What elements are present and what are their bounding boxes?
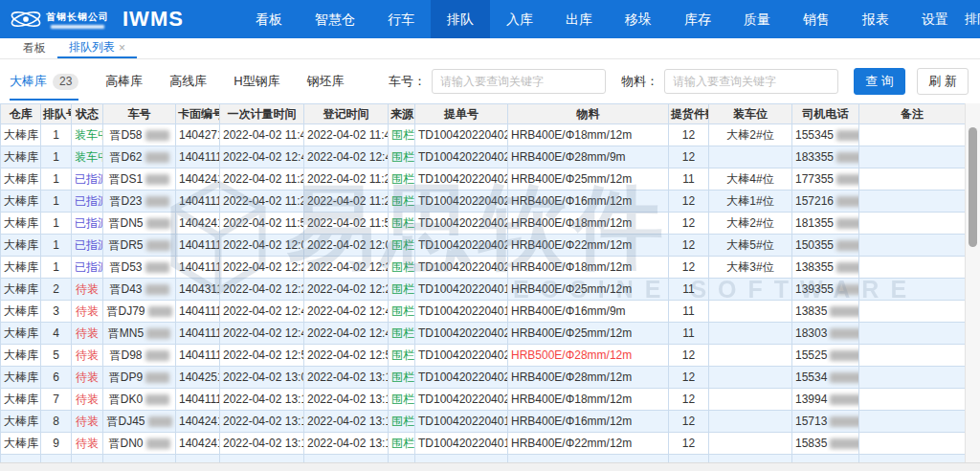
nav-item-设置[interactable]: 设置 — [905, 0, 965, 38]
status-text: 待装 — [76, 415, 99, 428]
cell-empty — [669, 455, 709, 463]
cell-source: 围栏 — [389, 433, 415, 455]
nav-item-智慧仓[interactable]: 智慧仓 — [299, 0, 371, 38]
cell-status: 待装 — [72, 323, 103, 345]
cell-plate: 晋D58 — [103, 124, 176, 146]
cell-empty — [41, 455, 72, 463]
nav-item-移垛[interactable]: 移垛 — [609, 0, 668, 38]
cell-warehouse: 大棒库 — [1, 257, 41, 279]
nav-item-库存[interactable]: 库存 — [668, 0, 727, 38]
vehicle-label: 车号： — [389, 73, 426, 90]
cell-register_time: 2022-04-02 12:51 — [304, 345, 389, 367]
table-row[interactable]: 大棒库6待装晋DP9140425192022-04-02 13:092022-0… — [1, 367, 966, 389]
nav-item-看板[interactable]: 看板 — [239, 0, 299, 38]
tab-排队列表[interactable]: 排队列表× — [57, 38, 137, 58]
plate-text: 晋DP9 — [109, 370, 143, 384]
nav-item-质量[interactable]: 质量 — [727, 0, 787, 38]
cell-material: HRB400E/Φ25mm/12m — [508, 323, 669, 345]
redacted-phone-blur — [836, 262, 858, 273]
cell-empty — [859, 455, 966, 463]
material-text: HRB400E/Φ25mm/12m — [511, 282, 632, 296]
close-icon[interactable]: × — [119, 41, 125, 55]
cell-note — [859, 323, 966, 345]
table-row[interactable]: 大棒库4待装晋MN5140411192022-04-02 12:492022-0… — [1, 323, 966, 345]
cell-bill_no: TD10042022040100005318 — [415, 301, 508, 323]
redacted-phone-blur — [830, 394, 858, 405]
table-row[interactable]: 大棒库3待装晋DJ79140411192022-04-02 12:412022-… — [1, 301, 966, 323]
cell-note — [859, 146, 966, 168]
vehicle-search-input[interactable] — [432, 69, 606, 94]
table-row[interactable]: 大棒库1已指派晋DR5140411192022-04-02 12:022022-… — [1, 235, 966, 257]
table-row[interactable]: 大棒库8待装晋DJ45140424192022-04-02 13:152022-… — [1, 411, 966, 433]
vertical-scrollbar-thumb[interactable] — [969, 127, 977, 247]
cell-plate: 晋DS1 — [103, 168, 176, 191]
table-row[interactable]: 大棒库2待装晋D43140431192022-04-02 12:242022-0… — [1, 279, 966, 301]
nav-item-出库[interactable]: 出库 — [549, 0, 609, 38]
cell-weigh_time: 2022-04-02 12:41 — [220, 301, 304, 323]
col-header-卡面编号: 卡面编号 — [176, 104, 220, 124]
redacted-plate-blur — [145, 284, 169, 295]
cell-plate: 晋D43 — [103, 279, 176, 301]
cell-register_time: 2022-04-02 12:41 — [304, 301, 389, 323]
source-text: 围栏 — [391, 128, 414, 142]
table-row[interactable]: 大棒库1已指派晋D53140411192022-04-02 12:212022-… — [1, 257, 966, 279]
table-row[interactable]: 大棒库7待装晋DK0140411192022-04-02 13:112022-0… — [1, 389, 966, 411]
cell-warehouse: 大棒库 — [1, 433, 41, 455]
plate-text: 晋D58 — [109, 128, 142, 142]
cell-register_time: 2022-04-02 11:43 — [304, 124, 389, 146]
source-text: 围栏 — [391, 304, 414, 318]
cell-source: 围栏 — [389, 279, 415, 301]
cell-card_no: 14041119 — [176, 191, 220, 213]
cell-source: 围栏 — [389, 235, 415, 257]
table-row[interactable]: 大棒库1已指派晋DS1140424192022-04-02 11:262022-… — [1, 168, 966, 191]
cell-qty: 11 — [669, 301, 709, 323]
warehouse-tabs: 大棒库23高棒库高线库H型钢库钢坯库 — [10, 62, 345, 101]
cell-weigh_time: 2022-04-02 12:02 — [220, 235, 304, 257]
warehouse-tab-大棒库[interactable]: 大棒库23 — [10, 62, 78, 101]
col-header-状态: 状态 — [72, 104, 103, 124]
table-row[interactable]: 大棒库9待装晋DN0140424192022-04-02 13:182022-0… — [1, 433, 966, 455]
redacted-phone-blur — [830, 328, 858, 339]
table-row[interactable]: 大棒库1装车中晋D62140411192022-04-02 12:462022-… — [1, 146, 966, 168]
nav-item-行车[interactable]: 行车 — [371, 0, 431, 38]
warehouse-tab-高棒库[interactable]: 高棒库 — [105, 62, 143, 101]
cell-dock — [709, 345, 792, 367]
queue-table-area: 仓库排队号状态车号卡面编号一次计量时间登记时间来源提单号物料提货件数装车位司机电… — [0, 103, 965, 462]
refresh-button[interactable]: 刷 新 — [917, 68, 969, 95]
material-search-input[interactable] — [664, 69, 838, 94]
col-header-物料: 物料 — [508, 104, 669, 124]
redacted-phone-blur — [830, 438, 858, 449]
col-header-登记时间: 登记时间 — [304, 104, 389, 124]
plate-text: 晋D53 — [109, 260, 142, 274]
redacted-plate-blur — [145, 262, 169, 273]
cell-register_time: 2022-04-02 12:25 — [304, 279, 389, 301]
nav-item-排队[interactable]: 排队 — [431, 0, 490, 38]
material-text: HRB400E/Φ28mm/12m — [511, 370, 632, 384]
table-row[interactable]: 大棒库1已指派晋D23140411192022-04-02 11:282022-… — [1, 191, 966, 213]
warehouse-tab-高线库[interactable]: 高线库 — [169, 62, 207, 101]
query-button[interactable]: 查 询 — [854, 68, 905, 95]
material-text: HRB400E/Φ18mm/12m — [511, 216, 632, 230]
cell-source: 围栏 — [389, 345, 415, 367]
redacted-phone-blur — [836, 174, 858, 185]
cell-bill_no: TD10042022040200005319 — [415, 168, 508, 191]
warehouse-tab-H型钢库[interactable]: H型钢库 — [234, 62, 279, 101]
cell-empty — [1, 455, 41, 463]
company-logo: 首钢长钢公司 — [0, 7, 109, 32]
table-row[interactable]: 大棒库1装车中晋D58140427192022-04-02 11:432022-… — [1, 124, 966, 146]
cell-warehouse: 大棒库 — [1, 301, 41, 323]
table-row[interactable]: 大棒库1已指派晋DN5140424192022-04-02 11:532022-… — [1, 213, 966, 235]
cell-bill_no: TD10042022040100005315 — [415, 279, 508, 301]
cell-phone: 157216 — [792, 191, 859, 213]
tab-看板[interactable]: 看板 — [11, 38, 57, 58]
cell-qty: 12 — [669, 411, 709, 433]
nav-item-入库[interactable]: 入库 — [490, 0, 549, 38]
table-row[interactable]: 大棒库5待装晋D98140411192022-04-02 12:502022-0… — [1, 345, 966, 367]
cell-bill_no: TD10042022040200005319 — [415, 323, 508, 345]
nav-item-销售[interactable]: 销售 — [787, 0, 846, 38]
cell-source: 围栏 — [389, 146, 415, 168]
warehouse-tab-钢坯库[interactable]: 钢坯库 — [307, 62, 345, 101]
cell-material: HRB400E/Φ22mm/12m — [508, 433, 669, 455]
nav-item-报表[interactable]: 报表 — [846, 0, 905, 38]
source-text: 围栏 — [391, 437, 414, 450]
